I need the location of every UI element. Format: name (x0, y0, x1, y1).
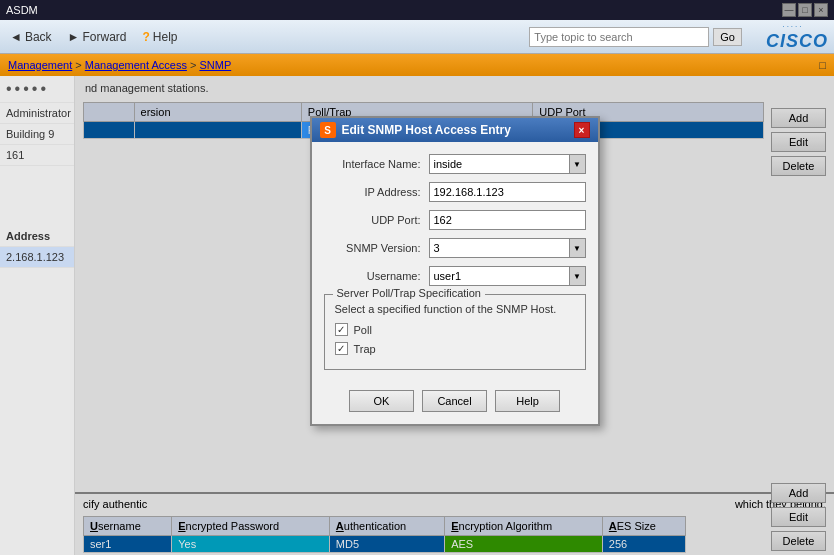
forward-arrow-icon: ► (68, 30, 80, 44)
interface-select[interactable]: inside ▼ (429, 154, 586, 174)
group-desc: Select a specified function of the SNMP … (335, 303, 575, 315)
poll-label: Poll (354, 324, 372, 336)
trap-label: Trap (354, 343, 376, 355)
trap-checkbox[interactable]: ✓ (335, 342, 348, 355)
back-arrow-icon: ◄ (10, 30, 22, 44)
snmp-version-dropdown-arrow[interactable]: ▼ (569, 239, 585, 257)
breadcrumb: Management > Management Access > SNMP □ (0, 54, 834, 76)
interface-value: inside (430, 156, 569, 172)
snmp-version-label: SNMP Version: (324, 242, 429, 254)
close-button[interactable]: × (814, 3, 828, 17)
breadcrumb-sep1: > (75, 59, 84, 71)
ok-button[interactable]: OK (349, 390, 414, 412)
interface-row: Interface Name: inside ▼ (324, 154, 586, 174)
sidebar-item-161[interactable]: 161 (0, 145, 74, 166)
modal-title: Edit SNMP Host Access Entry (342, 123, 511, 137)
username-label: Username: (324, 270, 429, 282)
modal-icon: S (320, 122, 336, 138)
ip-address-row: IP Address: (324, 182, 586, 202)
minimize-button[interactable]: — (782, 3, 796, 17)
modal-footer: OK Cancel Help (312, 382, 598, 424)
breadcrumb-icon: □ (819, 59, 826, 71)
main-content: ••••• Administrator Building 9 161 Addre… (0, 76, 834, 555)
help-icon: ? (142, 30, 149, 44)
username-row: Username: user1 ▼ (324, 266, 586, 286)
back-label: Back (25, 30, 52, 44)
cancel-button[interactable]: Cancel (422, 390, 487, 412)
udp-input[interactable] (429, 210, 586, 230)
ip-label: IP Address: (324, 186, 429, 198)
edit-snmp-modal: S Edit SNMP Host Access Entry × Interfac… (310, 116, 600, 426)
sidebar-item-dots[interactable]: ••••• (0, 76, 74, 103)
interface-dropdown-arrow[interactable]: ▼ (569, 155, 585, 173)
udp-label: UDP Port: (324, 214, 429, 226)
search-area: Go (529, 27, 742, 47)
go-button[interactable]: Go (713, 28, 742, 46)
sidebar-item-address-header: Address (0, 226, 74, 247)
modal-help-button[interactable]: Help (495, 390, 560, 412)
modal-close-button[interactable]: × (574, 122, 590, 138)
interface-label: Interface Name: (324, 158, 429, 170)
poll-trap-groupbox: Server Poll/Trap Specification Select a … (324, 294, 586, 370)
title-bar: ASDM — □ × (0, 0, 834, 20)
snmp-version-select[interactable]: 3 ▼ (429, 238, 586, 258)
search-input[interactable] (529, 27, 709, 47)
sidebar-item-building[interactable]: Building 9 (0, 124, 74, 145)
app-title: ASDM (6, 4, 38, 16)
sidebar-item-administrator[interactable]: Administrator (0, 103, 74, 124)
sidebar: ••••• Administrator Building 9 161 Addre… (0, 76, 75, 555)
maximize-button[interactable]: □ (798, 3, 812, 17)
ip-input[interactable] (429, 182, 586, 202)
cisco-logo: CISCO (766, 31, 828, 52)
username-dropdown-arrow[interactable]: ▼ (569, 267, 585, 285)
window-controls: — □ × (782, 3, 828, 17)
breadcrumb-snmp[interactable]: SNMP (199, 59, 231, 71)
forward-button[interactable]: ► Forward (64, 28, 131, 46)
toolbar: ◄ Back ► Forward ? Help Go ····· CISCO (0, 20, 834, 54)
content-area: nd management stations. ersion Poll/Trap… (75, 76, 834, 555)
help-label: Help (153, 30, 178, 44)
udp-port-row: UDP Port: (324, 210, 586, 230)
username-value: user1 (430, 268, 569, 284)
trap-checkbox-row: ✓ Trap (335, 342, 575, 355)
username-select[interactable]: user1 ▼ (429, 266, 586, 286)
group-title: Server Poll/Trap Specification (333, 287, 486, 299)
modal-body: Interface Name: inside ▼ IP Address: UDP… (312, 142, 598, 382)
snmp-version-value: 3 (430, 240, 569, 256)
help-button[interactable]: ? Help (138, 28, 181, 46)
back-button[interactable]: ◄ Back (6, 28, 56, 46)
cisco-dots: ····· (782, 22, 803, 31)
sidebar-item-address-value[interactable]: 2.168.1.123 (0, 247, 74, 268)
breadcrumb-management-access[interactable]: Management Access (85, 59, 187, 71)
breadcrumb-management[interactable]: Management (8, 59, 72, 71)
forward-label: Forward (82, 30, 126, 44)
modal-title-bar: S Edit SNMP Host Access Entry × (312, 118, 598, 142)
poll-checkbox[interactable]: ✓ (335, 323, 348, 336)
poll-checkbox-row: ✓ Poll (335, 323, 575, 336)
snmp-version-row: SNMP Version: 3 ▼ (324, 238, 586, 258)
breadcrumb-sep2: > (190, 59, 199, 71)
modal-overlay: S Edit SNMP Host Access Entry × Interfac… (75, 76, 834, 555)
